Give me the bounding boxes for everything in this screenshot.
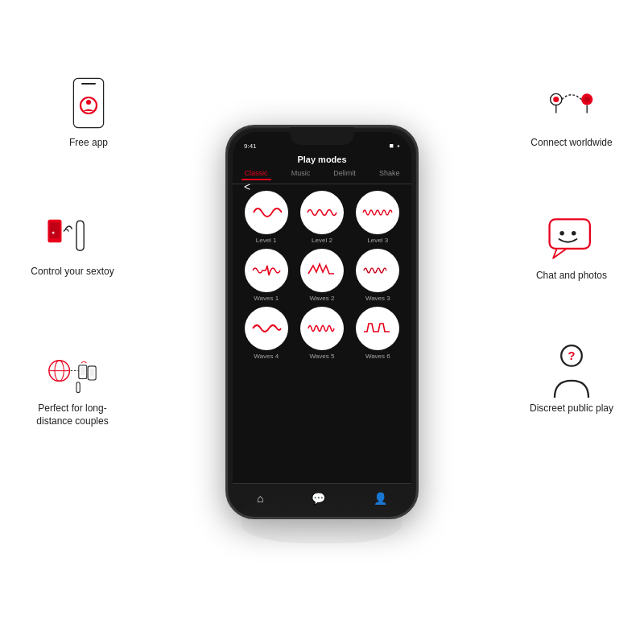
mode-level2-circle <box>300 191 344 234</box>
mode-level3[interactable]: Level 3 <box>353 191 403 244</box>
svg-rect-15 <box>89 369 94 377</box>
tabs-bar: Classic Music Delimit Shake <box>233 167 411 184</box>
bluetooth-icon: ⭑ <box>397 142 400 151</box>
mode-waves3-label: Waves 3 <box>365 295 390 302</box>
mode-level1[interactable]: Level 1 <box>241 191 291 244</box>
feature-free-app: Free app <box>40 80 137 150</box>
longdist-label: Perfect for long-distance couples <box>24 402 121 427</box>
phone: 9:41 ■ ⭑ < Play modes Classic Music Deli… <box>225 125 419 519</box>
mode-waves2[interactable]: Waves 2 <box>296 249 347 302</box>
mode-level3-label: Level 3 <box>367 237 388 244</box>
feature-discreet: ? Discreet public play <box>523 346 620 415</box>
mode-waves4-circle <box>245 307 288 350</box>
chat-label: Chat and photos <box>536 270 607 283</box>
svg-text:?: ? <box>568 349 575 362</box>
mode-level2[interactable]: Level 2 <box>296 191 347 244</box>
phone-notch <box>290 127 354 145</box>
feature-connect: Connect worldwide <box>523 80 620 150</box>
discreet-label: Discreet public play <box>530 402 613 415</box>
mode-waves6[interactable]: Waves 6 <box>353 307 403 360</box>
mode-waves3-circle <box>356 249 399 292</box>
mode-waves2-label: Waves 2 <box>310 295 335 302</box>
discreet-icon: ? <box>546 346 597 398</box>
tab-music[interactable]: Music <box>288 167 314 180</box>
mode-waves5-circle <box>300 307 344 350</box>
control-label: Control your sextoy <box>31 266 114 279</box>
mode-waves3[interactable]: Waves 3 <box>353 249 403 302</box>
svg-point-21 <box>559 230 564 234</box>
control-icon: ⭑ <box>47 209 98 261</box>
back-button[interactable]: < <box>244 180 250 193</box>
svg-point-17 <box>553 97 559 102</box>
mode-level1-circle <box>245 191 288 234</box>
feature-control: ⭑ Control your sextoy <box>24 209 121 279</box>
mode-waves1[interactable]: Waves 1 <box>241 249 291 302</box>
tab-classic[interactable]: Classic <box>242 167 271 180</box>
longdist-icon <box>47 346 98 398</box>
svg-point-19 <box>584 97 590 102</box>
mode-waves2-circle <box>300 249 344 292</box>
connect-label: Connect worldwide <box>530 137 612 150</box>
phone-reflection <box>242 495 402 543</box>
mode-waves1-circle <box>245 249 288 292</box>
mode-waves6-label: Waves 6 <box>365 353 390 360</box>
mode-level1-label: Level 1 <box>256 237 277 244</box>
free-app-label: Free app <box>69 137 108 150</box>
feature-longdist: Perfect for long-distance couples <box>24 346 121 427</box>
mode-waves5[interactable]: Waves 5 <box>296 307 347 360</box>
mode-waves6-circle <box>356 307 399 350</box>
connect-icon <box>546 80 597 132</box>
wifi-icon: ■ <box>390 142 394 150</box>
mode-waves5-label: Waves 5 <box>310 353 335 360</box>
svg-rect-20 <box>550 219 590 249</box>
mode-waves4-label: Waves 4 <box>254 353 279 360</box>
tab-delimit[interactable]: Delimit <box>330 167 359 180</box>
mode-level3-circle <box>356 191 399 234</box>
feature-chat: Chat and photos <box>523 213 620 283</box>
status-icons: ■ ⭑ <box>390 142 400 151</box>
app-title: Play modes <box>233 155 411 164</box>
mode-waves1-label: Waves 1 <box>254 295 279 302</box>
mode-level2-label: Level 2 <box>312 237 332 244</box>
app-header: < Play modes <box>233 155 411 164</box>
modes-grid: Level 1 Level 2 <box>233 184 411 366</box>
tab-shake[interactable]: Shake <box>376 167 403 180</box>
status-time: 9:41 <box>244 142 257 150</box>
phone-outer: 9:41 ■ ⭑ < Play modes Classic Music Deli… <box>225 125 419 519</box>
svg-rect-13 <box>80 367 85 375</box>
phone-screen: 9:41 ■ ⭑ < Play modes Classic Music Deli… <box>233 132 411 512</box>
svg-point-4 <box>86 100 91 105</box>
mode-waves4[interactable]: Waves 4 <box>241 307 291 360</box>
free-app-icon <box>63 80 114 132</box>
chat-icon <box>546 213 597 265</box>
svg-point-22 <box>572 230 576 234</box>
